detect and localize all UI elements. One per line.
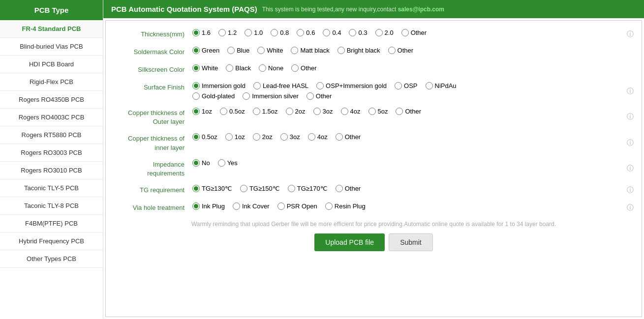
- radio-option-thickness-0.4[interactable]: 0.4: [323, 29, 341, 36]
- submit-button[interactable]: Submit: [389, 233, 433, 251]
- radio-input-impedance-yes[interactable]: [218, 159, 225, 167]
- radio-option-thickness-0.3[interactable]: 0.3: [349, 29, 367, 36]
- radio-option-surface-osp[interactable]: OSP: [395, 82, 417, 89]
- radio-option-surface-gold_plated[interactable]: Gold-plated: [192, 92, 235, 100]
- radio-option-copper_inner-2oz[interactable]: 2oz: [253, 133, 273, 141]
- radio-option-via_hole-ink_cover[interactable]: Ink Cover: [233, 203, 270, 210]
- sidebar-item-10[interactable]: Taconic TLY-8 PCB: [0, 197, 103, 215]
- radio-option-copper_inner-other[interactable]: Other: [336, 133, 361, 141]
- upload-pcb-button[interactable]: Upload PCB file: [314, 233, 385, 251]
- radio-input-impedance-no[interactable]: [192, 159, 200, 167]
- radio-option-tg-tg150[interactable]: TG≥150℃: [240, 185, 280, 192]
- radio-option-copper_inner-1oz[interactable]: 1oz: [225, 133, 245, 141]
- sidebar-item-9[interactable]: Taconic TLY-5 PCB: [0, 179, 103, 197]
- radio-input-surface-gold_plated[interactable]: [192, 92, 200, 100]
- radio-input-tg-tg150[interactable]: [240, 185, 247, 192]
- sidebar-item-11[interactable]: F4BM(PTFE) PCB: [0, 215, 103, 232]
- radio-option-soldermask-matt_black[interactable]: Matt black: [291, 47, 329, 54]
- radio-input-surface-nipdau[interactable]: [426, 82, 433, 89]
- radio-option-via_hole-ink_plug[interactable]: Ink Plug: [192, 203, 225, 210]
- info-icon-copper_inner[interactable]: ⓘ: [623, 139, 634, 147]
- radio-input-thickness-1.6[interactable]: [192, 29, 200, 36]
- radio-input-surface-osp[interactable]: [395, 82, 402, 89]
- radio-option-copper_inner-4oz[interactable]: 4oz: [308, 133, 328, 141]
- radio-input-silkscreen-white[interactable]: [192, 64, 200, 72]
- radio-option-thickness-1.2[interactable]: 1.2: [218, 29, 237, 36]
- radio-input-copper_outer-2oz[interactable]: [286, 108, 293, 115]
- radio-input-surface-other[interactable]: [307, 92, 314, 100]
- radio-option-thickness-1.0[interactable]: 1.0: [245, 29, 263, 36]
- radio-input-via_hole-ink_plug[interactable]: [192, 203, 200, 210]
- radio-input-via_hole-resin_plug[interactable]: [325, 203, 333, 210]
- sidebar-item-12[interactable]: Hybrid Frequency PCB: [0, 232, 103, 250]
- radio-option-via_hole-psr_open[interactable]: PSR Open: [277, 203, 317, 210]
- radio-input-copper_inner-other[interactable]: [336, 133, 343, 141]
- radio-input-via_hole-ink_cover[interactable]: [233, 203, 240, 210]
- radio-option-surface-lead_free_hasl[interactable]: Lead-free HASL: [253, 82, 308, 89]
- radio-input-surface-immersion_gold[interactable]: [192, 82, 200, 89]
- radio-input-copper_outer-1.5oz[interactable]: [253, 108, 260, 115]
- radio-option-copper_inner-0.5oz[interactable]: 0.5oz: [192, 133, 217, 141]
- radio-option-surface-other[interactable]: Other: [307, 92, 332, 100]
- radio-option-tg-tg170[interactable]: TG≥170℃: [288, 185, 328, 192]
- radio-input-soldermask-other[interactable]: [388, 47, 396, 54]
- radio-option-soldermask-white[interactable]: White: [257, 47, 283, 54]
- radio-input-tg-other[interactable]: [336, 185, 343, 192]
- radio-input-copper_inner-1oz[interactable]: [225, 133, 233, 141]
- radio-input-thickness-other[interactable]: [401, 29, 409, 36]
- radio-option-tg-tg130[interactable]: TG≥130℃: [192, 185, 232, 192]
- radio-input-copper_outer-3oz[interactable]: [313, 108, 321, 115]
- radio-option-copper_outer-5oz[interactable]: 5oz: [368, 108, 388, 115]
- radio-input-thickness-1.0[interactable]: [245, 29, 252, 36]
- radio-input-thickness-0.6[interactable]: [297, 29, 304, 36]
- radio-option-silkscreen-none[interactable]: None: [259, 64, 283, 72]
- radio-input-soldermask-green[interactable]: [192, 47, 200, 54]
- radio-input-copper_inner-4oz[interactable]: [308, 133, 315, 141]
- info-icon-copper_outer[interactable]: ⓘ: [623, 113, 634, 121]
- radio-input-surface-osp_immersion[interactable]: [316, 82, 324, 89]
- radio-input-thickness-2.0[interactable]: [375, 29, 383, 36]
- radio-option-soldermask-bright_black[interactable]: Bright black: [337, 47, 380, 54]
- info-icon-tg[interactable]: ⓘ: [623, 186, 634, 195]
- info-icon-thickness[interactable]: ⓘ: [623, 30, 634, 39]
- radio-option-copper_outer-3oz[interactable]: 3oz: [313, 108, 333, 115]
- radio-input-thickness-1.2[interactable]: [218, 29, 226, 36]
- radio-input-silkscreen-black[interactable]: [226, 64, 233, 72]
- radio-input-surface-lead_free_hasl[interactable]: [253, 82, 261, 89]
- sidebar-item-2[interactable]: HDI PCB Board: [0, 56, 103, 73]
- sidebar-item-0[interactable]: FR-4 Standard PCB: [0, 20, 103, 38]
- radio-option-tg-other[interactable]: Other: [336, 185, 361, 192]
- sidebar-item-3[interactable]: Rigid-Flex PCB: [0, 73, 103, 91]
- radio-input-copper_inner-0.5oz[interactable]: [192, 133, 200, 141]
- radio-option-silkscreen-other[interactable]: Other: [291, 64, 317, 72]
- radio-input-silkscreen-other[interactable]: [291, 64, 299, 72]
- radio-input-tg-tg130[interactable]: [192, 185, 200, 192]
- radio-option-impedance-no[interactable]: No: [192, 159, 210, 167]
- radio-option-soldermask-blue[interactable]: Blue: [227, 47, 249, 54]
- radio-input-tg-tg170[interactable]: [288, 185, 295, 192]
- radio-option-via_hole-resin_plug[interactable]: Resin Plug: [325, 203, 366, 210]
- radio-option-silkscreen-black[interactable]: Black: [226, 64, 251, 72]
- radio-input-soldermask-bright_black[interactable]: [337, 47, 345, 54]
- radio-input-copper_outer-1oz[interactable]: [192, 108, 200, 115]
- radio-input-thickness-0.4[interactable]: [323, 29, 330, 36]
- info-icon-surface[interactable]: ⓘ: [623, 87, 634, 96]
- radio-input-via_hole-psr_open[interactable]: [277, 203, 285, 210]
- radio-input-surface-immersion_silver[interactable]: [243, 92, 250, 100]
- radio-input-soldermask-white[interactable]: [257, 47, 265, 54]
- radio-input-copper_inner-2oz[interactable]: [253, 133, 260, 141]
- radio-input-thickness-0.8[interactable]: [271, 29, 278, 36]
- sidebar-item-5[interactable]: Rogers RO4003C PCB: [0, 109, 103, 126]
- radio-option-soldermask-green[interactable]: Green: [192, 47, 219, 54]
- radio-input-copper_inner-3oz[interactable]: [280, 133, 288, 141]
- radio-option-copper_outer-0.5oz[interactable]: 0.5oz: [220, 108, 245, 115]
- radio-option-thickness-2.0[interactable]: 2.0: [375, 29, 394, 36]
- radio-option-surface-immersion_gold[interactable]: Immersion gold: [192, 82, 245, 89]
- radio-option-thickness-0.8[interactable]: 0.8: [271, 29, 289, 36]
- radio-option-silkscreen-white[interactable]: White: [192, 64, 218, 72]
- radio-option-copper_outer-1.5oz[interactable]: 1.5oz: [253, 108, 278, 115]
- radio-option-thickness-other[interactable]: Other: [401, 29, 427, 36]
- radio-option-impedance-yes[interactable]: Yes: [218, 159, 238, 167]
- radio-input-thickness-0.3[interactable]: [349, 29, 356, 36]
- radio-option-copper_outer-other[interactable]: Other: [396, 108, 421, 115]
